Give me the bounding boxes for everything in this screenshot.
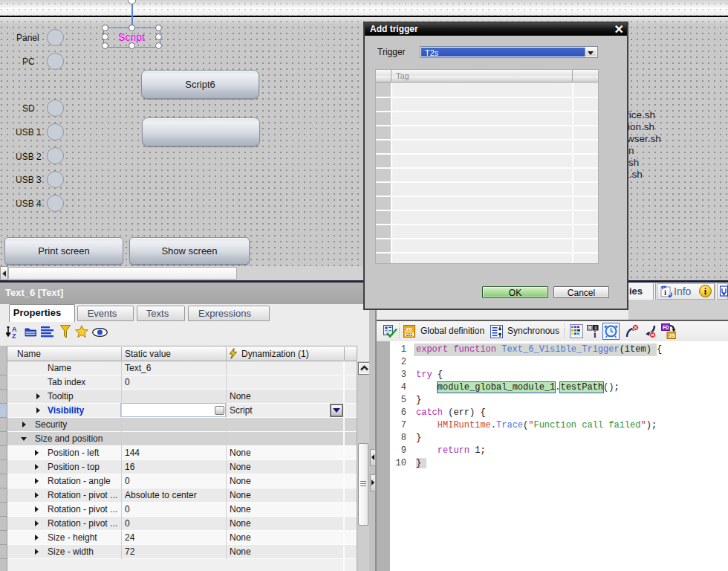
svg-text:JS: JS (669, 333, 675, 338)
svg-text:i: i (594, 329, 597, 338)
svg-text:Z: Z (12, 332, 16, 339)
svg-text:101: 101 (406, 332, 412, 337)
svg-text:i: i (664, 288, 666, 297)
svg-text:FD: FD (663, 325, 669, 330)
